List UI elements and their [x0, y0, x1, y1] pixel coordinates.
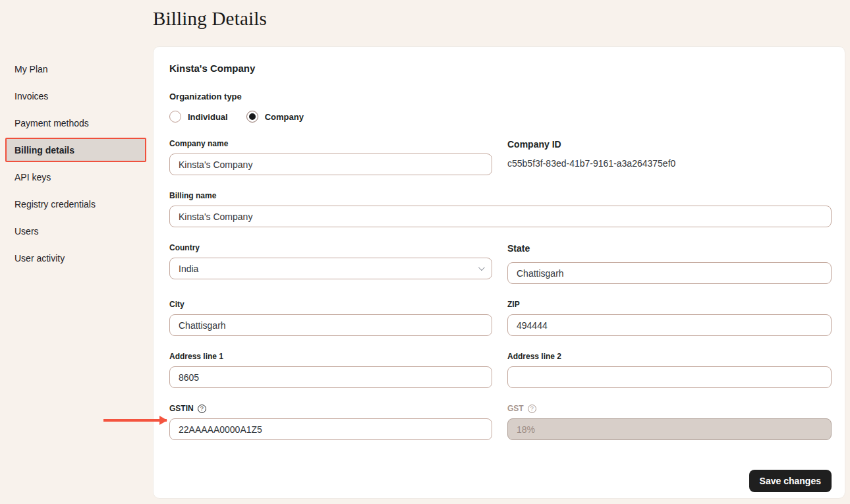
city-label: City: [169, 300, 492, 309]
country-label: Country: [169, 243, 492, 252]
billing-name-input[interactable]: [169, 206, 832, 227]
organization-type-label: Organization type: [169, 92, 830, 101]
city-input[interactable]: [169, 314, 492, 336]
address-line-2-field-group: Address line 2: [507, 352, 832, 388]
sidebar-item-user-activity[interactable]: User activity: [5, 246, 146, 270]
sidebar-item-registry-credentials[interactable]: Registry credentials: [5, 192, 146, 216]
state-input[interactable]: [507, 262, 832, 284]
company-heading: Kinsta's Company: [169, 63, 830, 74]
address-line-2-label: Address line 2: [507, 352, 832, 361]
company-name-input[interactable]: [169, 154, 492, 175]
billing-form: Company name Company ID c55b5f3f-83ed-41…: [169, 139, 830, 492]
company-id-value: c55b5f3f-83ed-41b7-9161-a3a264375ef0: [507, 158, 832, 169]
sidebar-item-api-keys[interactable]: API keys: [5, 165, 146, 189]
radio-company-circle[interactable]: [246, 111, 258, 123]
country-field-group: Country India: [169, 243, 492, 284]
address-line-1-field-group: Address line 1: [169, 352, 492, 388]
gstin-label-text: GSTIN: [169, 404, 194, 413]
gst-field-group: GST ?: [507, 404, 832, 440]
zip-field-group: ZIP: [507, 300, 832, 336]
gst-input: [507, 418, 832, 440]
radio-individual-label: Individual: [188, 112, 228, 122]
gst-label: GST ?: [507, 404, 832, 413]
country-select[interactable]: India: [169, 258, 492, 279]
billing-name-label: Billing name: [169, 191, 832, 200]
organization-type-group: Individual Company: [169, 111, 830, 123]
sidebar-item-users[interactable]: Users: [5, 219, 146, 243]
radio-individual-circle[interactable]: [169, 111, 181, 123]
chevron-down-icon: [478, 264, 485, 271]
sidebar-item-billing-details[interactable]: Billing details: [5, 138, 146, 162]
billing-name-field-group: Billing name: [169, 191, 832, 227]
address-line-1-label: Address line 1: [169, 352, 492, 361]
address-line-1-input[interactable]: [169, 366, 492, 388]
company-id-label: Company ID: [507, 139, 832, 150]
gstin-help-icon[interactable]: ?: [198, 405, 206, 413]
company-name-field-group: Company name: [169, 139, 492, 175]
country-selected-value: India: [179, 264, 198, 274]
gstin-label: GSTIN ?: [169, 404, 492, 413]
city-field-group: City: [169, 300, 492, 336]
state-field-group: State: [507, 243, 832, 284]
gstin-input[interactable]: [169, 418, 492, 440]
billing-details-card: Kinsta's Company Organization type Indiv…: [153, 46, 845, 499]
gstin-field-group: GSTIN ?: [169, 404, 492, 440]
red-arrow-annotation: [103, 419, 167, 422]
radio-company[interactable]: Company: [246, 111, 304, 123]
zip-input[interactable]: [507, 314, 832, 336]
sidebar-item-invoices[interactable]: Invoices: [5, 84, 146, 108]
sidebar: My Plan Invoices Payment methods Billing…: [5, 57, 146, 273]
sidebar-item-payment-methods[interactable]: Payment methods: [5, 111, 146, 135]
state-label: State: [507, 243, 832, 254]
page-title: Billing Details: [153, 8, 267, 30]
radio-company-label: Company: [265, 112, 304, 122]
save-changes-button[interactable]: Save changes: [749, 470, 832, 492]
zip-label: ZIP: [507, 300, 832, 309]
company-id-field-group: Company ID c55b5f3f-83ed-41b7-9161-a3a26…: [507, 139, 832, 175]
company-name-label: Company name: [169, 139, 492, 148]
gst-label-text: GST: [507, 404, 524, 413]
gst-help-icon[interactable]: ?: [528, 405, 536, 413]
sidebar-item-my-plan[interactable]: My Plan: [5, 57, 146, 81]
actions-row: Save changes: [169, 470, 832, 492]
address-line-2-input[interactable]: [507, 366, 832, 388]
radio-individual[interactable]: Individual: [169, 111, 228, 123]
